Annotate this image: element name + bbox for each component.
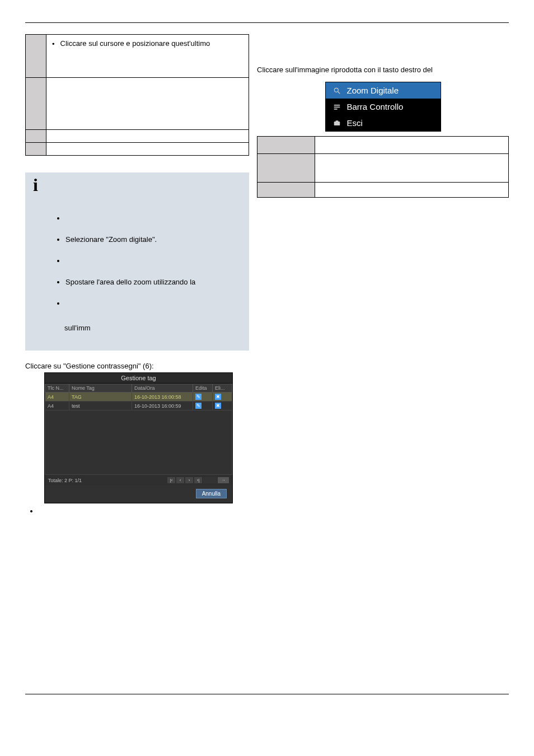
cell-dt: 16-10-2013 16:00:59 [132,402,193,410]
info-bullet [65,213,240,224]
magnifier-icon [332,87,341,95]
instruction-table-left: • Cliccare sul cursore e posizionare que… [25,34,249,156]
svg-rect-6 [335,120,338,122]
cell-del[interactable]: ✖ [213,393,232,402]
svg-line-1 [338,91,340,94]
cell-name: TAG [69,393,132,402]
pencil-icon[interactable]: ✎ [195,403,202,409]
ctx-label: Esci [347,118,363,128]
right-cell-r3c1 [257,183,315,198]
tag-window: Gestione tag Tlc N... Nome Tag Data/Ora … [44,372,233,503]
tag-col-data[interactable]: Data/Ora [132,384,193,393]
right-intro-text: Cliccare sull'immagine riprodotta con il… [257,66,509,74]
cell-del[interactable]: ✖ [213,402,232,410]
tag-col-eli[interactable]: Eli... [213,384,232,393]
table-row[interactable]: A4 TAG 16-10-2013 16:00:58 ✎ ✖ [45,393,232,402]
table-row[interactable]: A4 test 16-10-2013 16:00:59 ✎ ✖ [45,402,232,410]
instruction-row1-text: Cliccare sul cursore e posizionare quest… [60,39,210,49]
ctx-item-esci[interactable]: Esci [326,115,441,131]
info-icon: i [33,175,38,195]
info-list: Selezionare "Zoom digitale". Spostare l'… [65,213,240,309]
trailing-bullet [39,507,509,515]
pager-next[interactable]: › [185,477,193,483]
bullet-icon: • [52,39,55,49]
trailing-bullet-list [39,507,509,515]
pencil-icon[interactable]: ✎ [195,394,202,400]
bars-icon [332,103,341,111]
left-content-cell-2 [46,78,249,130]
info-bullet [65,298,240,309]
left-content-cell-1: • Cliccare sul cursore e posizionare que… [46,35,249,78]
section-text: Cliccare su "Gestione contrassegni" (6): [25,362,509,370]
cell-edit[interactable]: ✎ [193,402,213,410]
cell-cam: A4 [45,402,69,410]
left-content-cell-4 [46,143,249,156]
tag-table-spacer [45,410,232,475]
context-menu[interactable]: Zoom Digitale Barra Controllo Esci [325,82,441,132]
info-bullet: Spostare l'area dello zoom utilizzando l… [65,277,240,288]
right-cell-r2c1 [257,154,315,183]
left-gray-cell-1 [26,35,46,78]
pager-prev[interactable]: ‹ [176,477,184,483]
tag-col-nome[interactable]: Nome Tag [69,384,132,393]
left-gray-cell-2 [26,78,46,130]
pager-page-input[interactable] [203,477,217,483]
pager: |‹ ‹ › ›| → [167,477,229,483]
pager-go[interactable]: → [218,477,229,483]
cell-edit[interactable]: ✎ [193,393,213,402]
left-gray-cell-3 [26,130,46,143]
info-trailing-text: sull'imm [64,323,240,334]
right-cell-r3c2 [315,183,509,198]
cell-dt: 16-10-2013 16:00:58 [132,393,193,402]
info-bullet: Selezionare "Zoom digitale". [65,234,240,245]
cell-cam: A4 [45,393,69,402]
info-bullet [65,255,240,267]
ctx-item-zoom-digitale[interactable]: Zoom Digitale [326,82,441,99]
tag-window-title: Gestione tag [45,373,232,384]
ctx-item-barra-controllo[interactable]: Barra Controllo [326,99,441,115]
left-content-cell-3 [46,130,249,143]
svg-rect-3 [334,106,340,108]
tag-window-footer: Totale: 2 P: 1/1 |‹ ‹ › ›| → [45,475,232,486]
left-gray-cell-4 [26,143,46,156]
svg-point-0 [334,88,338,92]
svg-rect-5 [334,122,340,125]
ctx-label: Barra Controllo [347,102,404,111]
svg-rect-4 [334,108,337,109]
pager-first[interactable]: |‹ [167,477,175,483]
svg-rect-2 [334,104,340,105]
bottom-rule [25,694,509,694]
top-rule [25,22,509,23]
cell-name: test [69,402,132,410]
delete-icon[interactable]: ✖ [215,403,221,409]
info-box: i Selezionare "Zoom digitale". Spostare … [25,172,249,351]
right-empty-table [257,136,509,198]
pager-last[interactable]: ›| [194,477,202,483]
tag-footer-total: Totale: 2 P: 1/1 [48,478,82,483]
camera-icon [332,119,341,127]
tag-table: Tlc N... Nome Tag Data/Ora Edita Eli... … [45,384,232,475]
right-cell-r2c2 [315,154,509,183]
tag-col-edita[interactable]: Edita [193,384,213,393]
right-cell-r1c2 [315,137,509,154]
ctx-label: Zoom Digitale [347,86,399,95]
right-cell-r1c1 [257,137,315,154]
delete-icon[interactable]: ✖ [215,394,221,400]
tag-col-tlc[interactable]: Tlc N... [45,384,69,393]
cancel-button[interactable]: Annulla [196,489,227,498]
